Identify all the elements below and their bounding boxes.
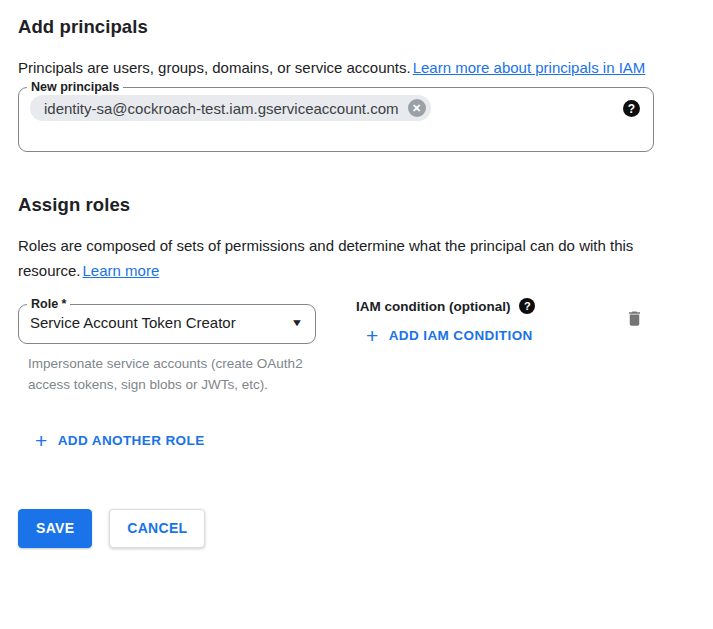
plus-icon: + xyxy=(35,434,48,448)
iam-condition-label: IAM condition (optional) xyxy=(356,299,510,314)
role-help-text: Impersonate service accounts (create OAu… xyxy=(28,353,310,395)
iam-condition-header: IAM condition (optional) ? xyxy=(356,298,535,314)
dialog-actions: SAVE CANCEL xyxy=(18,509,693,548)
role-select-value-row[interactable]: Service Account Token Creator ▼ xyxy=(19,311,315,343)
save-button[interactable]: SAVE xyxy=(18,509,92,548)
roles-description: Roles are composed of sets of permission… xyxy=(18,233,666,283)
learn-more-principals-link[interactable]: Learn more about principals in IAM xyxy=(413,59,646,76)
trash-icon xyxy=(625,308,644,329)
add-iam-condition-label: ADD IAM CONDITION xyxy=(389,328,533,343)
role-column: Role * Service Account Token Creator ▼ I… xyxy=(18,297,336,452)
dropdown-arrow-icon: ▼ xyxy=(291,317,304,328)
add-another-role-button[interactable]: + ADD ANOTHER ROLE xyxy=(35,433,205,448)
learn-more-roles-link[interactable]: Learn more xyxy=(83,262,160,279)
delete-role-button[interactable] xyxy=(625,308,644,329)
chip-remove-icon[interactable]: ✕ xyxy=(408,99,426,117)
iam-condition-help-icon[interactable]: ? xyxy=(519,298,535,314)
role-select-value: Service Account Token Creator xyxy=(30,314,236,331)
new-principals-label: New principals xyxy=(27,80,123,94)
iam-condition-column: IAM condition (optional) ? + ADD IAM CON… xyxy=(356,297,535,347)
plus-icon: + xyxy=(366,329,379,343)
add-iam-condition-button[interactable]: + ADD IAM CONDITION xyxy=(366,328,533,343)
role-row: Role * Service Account Token Creator ▼ I… xyxy=(18,297,654,452)
role-select[interactable]: Role * Service Account Token Creator ▼ xyxy=(18,297,316,344)
add-principals-panel: Add principals Principals are users, gro… xyxy=(0,0,713,548)
add-principals-title: Add principals xyxy=(18,16,693,38)
role-select-label: Role * xyxy=(27,297,70,311)
principal-chip-label: identity-sa@cockroach-test.iam.gservicea… xyxy=(44,100,399,117)
add-another-role-label: ADD ANOTHER ROLE xyxy=(58,433,205,448)
delete-role-column xyxy=(625,308,654,333)
cancel-button[interactable]: CANCEL xyxy=(109,509,205,548)
assign-roles-title: Assign roles xyxy=(18,194,693,216)
new-principals-field[interactable]: New principals identity-sa@cockroach-tes… xyxy=(18,80,654,152)
principals-description-text: Principals are users, groups, domains, o… xyxy=(18,59,411,76)
principals-description: Principals are users, groups, domains, o… xyxy=(18,55,666,80)
new-principals-help-icon[interactable]: ? xyxy=(623,100,640,117)
new-principals-input-area[interactable]: identity-sa@cockroach-test.iam.gservicea… xyxy=(19,94,653,151)
principal-chip: identity-sa@cockroach-test.iam.gservicea… xyxy=(30,95,431,121)
